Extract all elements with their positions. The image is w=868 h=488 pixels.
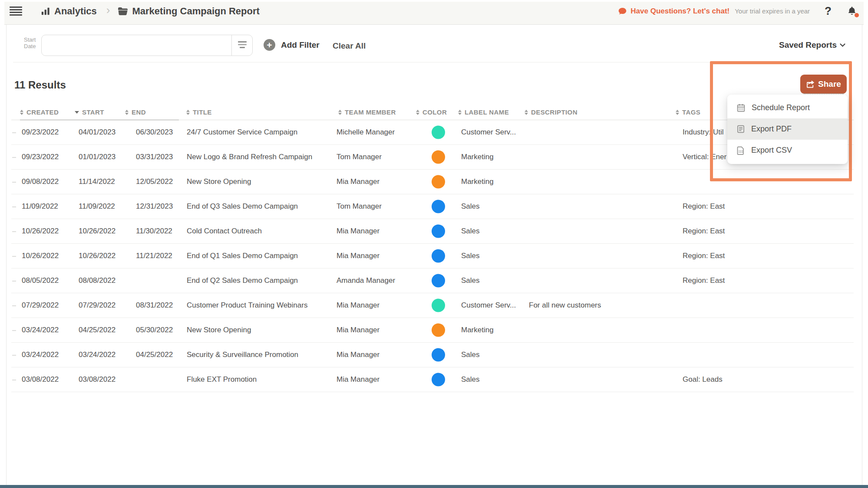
cell-title: Fluke EXT Promotion — [187, 375, 257, 384]
column-header-created[interactable]: CREATED — [20, 108, 59, 116]
cell-tags: Region: East — [683, 252, 725, 260]
column-header-end[interactable]: END — [125, 108, 146, 116]
chat-link-label: Have Questions? Let's chat! — [630, 7, 729, 16]
cell-label: Customer Serv... — [461, 128, 516, 137]
add-filter-label: Add Filter — [281, 40, 320, 50]
menu-item-label: Export PDF — [751, 124, 792, 134]
menu-item-export-pdf[interactable]: Export PDF — [727, 118, 848, 140]
plus-icon: + — [264, 39, 275, 51]
cell-title: New Store Opening — [187, 326, 251, 334]
column-header-label: TEAM MEMBER — [345, 108, 396, 116]
table-row[interactable]: 03/24/202203/24/202204/25/2022Security &… — [11, 343, 854, 367]
cell-end: 12/05/2022 — [136, 177, 173, 186]
cell-start: 03/08/2022 — [79, 375, 116, 384]
sort-icon — [676, 110, 679, 115]
help-icon[interactable]: ? — [825, 4, 832, 18]
cell-title: New Logo & Brand Refresh Campaign — [187, 153, 312, 161]
cell-start: 01/01/2023 — [79, 153, 116, 161]
menu-item-label: Export CSV — [751, 146, 792, 155]
column-header-team[interactable]: TEAM MEMBER — [338, 108, 396, 116]
cell-team: Mia Manager — [337, 252, 380, 260]
table-row[interactable]: 10/26/202210/26/202211/21/2022End of Q1 … — [11, 244, 854, 269]
cell-created: 10/26/2022 — [22, 227, 59, 236]
column-header-start[interactable]: START — [75, 108, 104, 116]
column-header-title[interactable]: TITLE — [186, 108, 212, 116]
cell-team: Tom Manager — [337, 153, 382, 161]
saved-reports-dropdown[interactable]: Saved Reports — [779, 40, 845, 50]
cell-label: Sales — [461, 202, 480, 211]
cell-team: Mia Manager — [337, 177, 380, 186]
row-handle — [12, 355, 16, 356]
menu-item-export-csv[interactable]: Export CSV — [727, 140, 848, 161]
table-row[interactable]: 11/09/202211/09/202212/31/2023End of Q3 … — [11, 194, 854, 219]
notifications-bell[interactable] — [847, 6, 857, 16]
column-header-description[interactable]: DESCRIPTION — [525, 108, 578, 116]
chat-link[interactable]: Have Questions? Let's chat! — [618, 7, 729, 16]
menu-item-label: Schedule Report — [752, 103, 810, 112]
row-handle — [12, 380, 16, 380]
sort-icon — [75, 111, 79, 114]
content-right-border — [862, 25, 862, 485]
column-header-label: CREATED — [26, 108, 59, 116]
column-header-color[interactable]: COLOR — [416, 108, 447, 116]
cell-created: 09/23/2022 — [22, 128, 59, 137]
cell-title: End of Q1 Sales Demo Campaign — [187, 252, 298, 260]
cell-label: Sales — [461, 227, 480, 236]
cell-start: 03/24/2022 — [79, 350, 116, 359]
cell-title: New Store Opening — [187, 177, 251, 186]
table-row[interactable]: 03/24/202204/25/202205/30/2022New Store … — [11, 318, 854, 343]
cell-created: 07/29/2022 — [22, 301, 59, 310]
share-button[interactable]: Share — [800, 75, 847, 94]
table-row[interactable]: 10/26/202210/26/202211/30/2022Cold Conta… — [11, 219, 854, 244]
label-color-swatch — [432, 299, 445, 312]
cell-label: Customer Serv... — [461, 301, 516, 310]
cell-end: 11/30/2022 — [136, 227, 172, 236]
cell-team: Mia Manager — [337, 301, 380, 310]
column-header-label: TITLE — [193, 108, 212, 116]
start-date-input[interactable] — [41, 35, 253, 56]
bottom-window-bar — [0, 485, 868, 488]
cell-start: 04/25/2022 — [79, 326, 116, 334]
cell-created: 03/24/2022 — [22, 350, 59, 359]
breadcrumb-analytics[interactable]: Analytics — [41, 6, 97, 17]
cell-created: 09/23/2022 — [22, 153, 59, 161]
column-header-tags[interactable]: TAGS — [676, 108, 700, 116]
breadcrumb-analytics-label: Analytics — [54, 6, 97, 17]
cell-description: For all new customers — [529, 301, 601, 310]
cell-start: 07/29/2022 — [79, 301, 116, 310]
row-handle — [12, 231, 16, 232]
add-filter-button[interactable]: + Add Filter — [264, 39, 320, 51]
cell-tags: Region: East — [683, 227, 725, 236]
content-left-border — [6, 25, 7, 485]
table-row[interactable]: 07/29/202207/29/202208/31/2022Customer P… — [11, 293, 854, 318]
clear-all-button[interactable]: Clear All — [333, 41, 366, 51]
start-date-label: Start Date — [24, 36, 36, 49]
share-button-focus-dots — [804, 93, 844, 94]
export-csv-icon — [736, 146, 745, 155]
table-row[interactable]: 08/05/202208/08/2022End of Q2 Sales Demo… — [11, 269, 854, 293]
label-color-swatch — [432, 151, 445, 164]
filter-section-divider — [13, 62, 711, 62]
cell-label: Marketing — [461, 177, 494, 186]
hamburger-menu-icon[interactable] — [10, 7, 22, 16]
label-color-swatch — [432, 274, 445, 288]
cell-end: 05/30/2022 — [136, 326, 173, 334]
trial-note: Your trial expires in a year — [735, 7, 810, 15]
saved-reports-label: Saved Reports — [779, 40, 837, 50]
cell-title: End of Q2 Sales Demo Campaign — [187, 276, 298, 285]
cell-end: 03/31/2023 — [136, 153, 173, 161]
cell-label: Sales — [461, 350, 480, 359]
cell-end: 06/30/2023 — [136, 128, 173, 137]
cell-created: 08/05/2022 — [22, 276, 59, 285]
export-pdf-icon — [736, 124, 745, 134]
bar-chart-icon — [41, 7, 50, 16]
column-header-label[interactable]: LABEL NAME — [458, 108, 509, 116]
results-count: 11 Results — [14, 79, 66, 91]
cell-label: Sales — [461, 276, 480, 285]
cell-title: End of Q3 Sales Demo Campaign — [187, 202, 298, 211]
label-color-swatch — [432, 373, 445, 386]
table-row[interactable]: 03/08/202203/08/2022Fluke EXT PromotionM… — [11, 367, 854, 392]
filter-options-icon[interactable] — [238, 41, 247, 48]
menu-item-schedule-report[interactable]: Schedule Report — [727, 97, 848, 118]
breadcrumb-separator: › — [106, 3, 110, 17]
